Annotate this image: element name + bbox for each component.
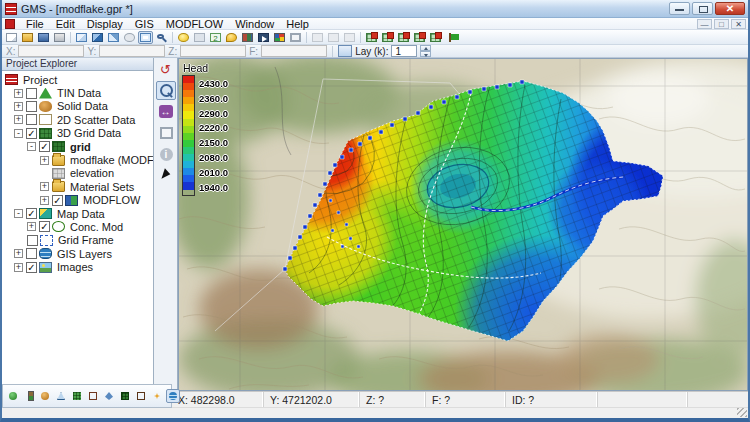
- tree-item-material-sets[interactable]: + Material Sets: [2, 180, 153, 193]
- menu-edit[interactable]: Edit: [50, 18, 81, 30]
- maximize-button[interactable]: [692, 2, 713, 15]
- tree-item-grid-frame[interactable]: Grid Frame: [2, 234, 153, 247]
- map-to-grid-button[interactable]: [380, 31, 395, 44]
- collapse-icon[interactable]: -: [27, 142, 36, 151]
- window-layout-button[interactable]: [192, 31, 207, 44]
- tree-item-solid-data[interactable]: + Solid Data: [2, 100, 153, 113]
- properties-frame-button[interactable]: [288, 31, 303, 44]
- scatter2d-module-icon[interactable]: [86, 389, 100, 403]
- collapse-icon[interactable]: -: [14, 129, 23, 138]
- grid2d-module-icon[interactable]: [70, 389, 84, 403]
- checkbox[interactable]: ✓: [52, 195, 63, 206]
- new-button[interactable]: [4, 31, 19, 44]
- project-explorer-header[interactable]: Project Explorer: [2, 58, 153, 71]
- tree-item-map-data[interactable]: - ✓ Map Data: [2, 207, 153, 220]
- menu-file[interactable]: File: [20, 18, 50, 30]
- pan-tool[interactable]: ↔: [156, 102, 176, 121]
- delete-disabled-button[interactable]: [342, 31, 357, 44]
- frame-image-tool[interactable]: [156, 123, 176, 142]
- refine-grid-button[interactable]: [396, 31, 411, 44]
- rotate-tool[interactable]: ↺: [156, 60, 176, 79]
- menu-display[interactable]: Display: [81, 18, 129, 30]
- info-tool[interactable]: i: [156, 144, 176, 163]
- child-minimize-button[interactable]: —: [697, 19, 712, 29]
- plan-view-button[interactable]: [74, 31, 89, 44]
- checkbox[interactable]: [26, 248, 37, 259]
- menu-modflow[interactable]: MODFLOW: [160, 18, 229, 30]
- checkbox[interactable]: ✓: [26, 262, 37, 273]
- display-options-button[interactable]: [272, 31, 287, 44]
- tree-item-conc-mod[interactable]: + ✓ Conc. Mod: [2, 220, 153, 233]
- shaded-view-button[interactable]: [90, 31, 105, 44]
- close-button[interactable]: ✕: [715, 2, 745, 15]
- open-button[interactable]: [20, 31, 35, 44]
- mesh2d-module-icon[interactable]: [54, 389, 68, 403]
- title-bar[interactable]: GMS - [modflake.gpr *] ✕: [2, 0, 748, 18]
- mesh3d-module-icon[interactable]: [102, 389, 116, 403]
- solid-module-icon[interactable]: [38, 389, 52, 403]
- tree-item-modflake[interactable]: + modflake (MODFLOW): [2, 153, 153, 166]
- select-arrow-tool[interactable]: [156, 165, 176, 184]
- graphics-window[interactable]: Head 2430.02360.02290.02220.02150.02080.…: [178, 58, 748, 391]
- expand-icon[interactable]: +: [14, 249, 23, 258]
- menu-help[interactable]: Help: [280, 18, 315, 30]
- expand-icon[interactable]: +: [14, 102, 23, 111]
- checkbox[interactable]: [26, 88, 37, 99]
- z-coord-input[interactable]: [180, 45, 246, 57]
- child-restore-button[interactable]: □: [714, 19, 729, 29]
- resize-grip[interactable]: [737, 408, 747, 417]
- checkbox[interactable]: [27, 235, 38, 246]
- spinner-down-button[interactable]: [420, 51, 431, 57]
- expand-icon[interactable]: +: [14, 89, 23, 98]
- oblique-view-button[interactable]: [106, 31, 121, 44]
- frame-image-button[interactable]: [138, 31, 153, 44]
- light-bulb-button[interactable]: [176, 31, 191, 44]
- oil-lamp-button[interactable]: [224, 31, 239, 44]
- checkbox[interactable]: ✓: [39, 141, 50, 152]
- grid-options-button[interactable]: [428, 31, 443, 44]
- duplicate-view-button[interactable]: [208, 31, 223, 44]
- shade-toggle-button[interactable]: [122, 31, 137, 44]
- select-disabled-button[interactable]: [310, 31, 325, 44]
- tin-module-icon[interactable]: [6, 389, 20, 403]
- tree-item-2d-scatter-data[interactable]: + 2D Scatter Data: [2, 113, 153, 126]
- x-coord-input[interactable]: [18, 45, 84, 57]
- tree-item-project[interactable]: Project: [2, 73, 153, 86]
- activate-cells-button[interactable]: [412, 31, 427, 44]
- menu-gis[interactable]: GIS: [129, 18, 160, 30]
- tree-item-modflow[interactable]: + ✓ MODFLOW: [2, 194, 153, 207]
- expand-icon[interactable]: +: [27, 222, 36, 231]
- collapse-icon[interactable]: -: [14, 209, 23, 218]
- tree-item-grid[interactable]: - ✓ grid: [2, 140, 153, 153]
- checkbox[interactable]: [26, 101, 37, 112]
- layer-spinner-value[interactable]: 1: [391, 45, 417, 57]
- minimize-button[interactable]: [669, 2, 690, 15]
- menu-window[interactable]: Window: [229, 18, 280, 30]
- map-canvas[interactable]: [179, 59, 747, 390]
- create-grid-button[interactable]: [364, 31, 379, 44]
- scatter3d-module-icon[interactable]: [134, 389, 148, 403]
- gis-module-icon[interactable]: [166, 389, 180, 403]
- borehole-module-icon[interactable]: [22, 389, 36, 403]
- checkbox[interactable]: [26, 114, 37, 125]
- move-disabled-button[interactable]: [326, 31, 341, 44]
- grid3d-module-icon[interactable]: [118, 389, 132, 403]
- expand-icon[interactable]: +: [40, 182, 49, 191]
- checkbox[interactable]: ✓: [26, 128, 37, 139]
- tree-item-elevation[interactable]: elevation: [2, 167, 153, 180]
- film-loop-button[interactable]: [256, 31, 271, 44]
- f-coord-input[interactable]: [261, 45, 327, 57]
- expand-icon[interactable]: +: [40, 156, 49, 165]
- zoom-button[interactable]: [154, 31, 169, 44]
- expand-icon[interactable]: +: [14, 115, 23, 124]
- y-coord-input[interactable]: [99, 45, 165, 57]
- model-checker-flag-button[interactable]: [444, 31, 459, 44]
- expand-icon[interactable]: +: [14, 263, 23, 272]
- checkbox[interactable]: ✓: [39, 221, 50, 232]
- print-button[interactable]: [52, 31, 67, 44]
- document-icon[interactable]: [5, 19, 15, 29]
- tree-item-images[interactable]: + ✓ Images: [2, 260, 153, 273]
- tree-item-gis-layers[interactable]: + GIS Layers: [2, 247, 153, 260]
- zoom-tool[interactable]: [156, 81, 176, 100]
- checkbox[interactable]: ✓: [26, 208, 37, 219]
